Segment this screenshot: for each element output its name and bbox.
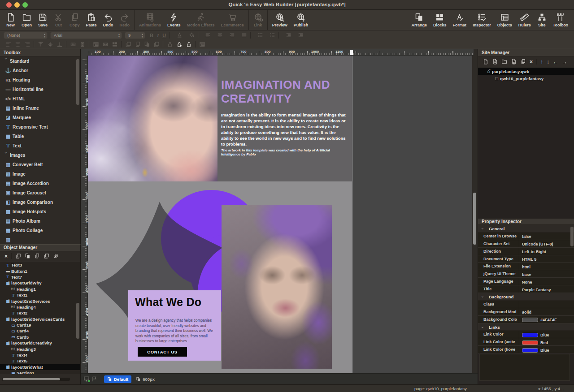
color-swatch[interactable]: [522, 340, 538, 345]
property-value[interactable]: Purple Fantasy: [519, 285, 574, 293]
object-tree-row[interactable]: › ▦ layoutGridWhat: [0, 364, 81, 370]
format-button[interactable]: [172, 32, 184, 38]
object-tree-row[interactable]: › T Text3: [0, 262, 81, 268]
toolbar-button[interactable]: Animations: [136, 10, 164, 30]
breakpoint-flag-icon[interactable]: [91, 376, 98, 382]
arrange-button[interactable]: [174, 41, 184, 47]
format-button[interactable]: [250, 32, 251, 39]
format-button[interactable]: [252, 32, 265, 38]
arrange-button[interactable]: [45, 41, 55, 47]
site-manager-tool-button[interactable]: [536, 59, 537, 65]
toolbar-button[interactable]: Cut: [51, 10, 66, 30]
arrange-button[interactable]: [195, 41, 196, 47]
site-manager-tool-button[interactable]: ↓: [547, 59, 549, 65]
format-button[interactable]: U: [161, 33, 168, 38]
property-row[interactable]: Links: [478, 323, 574, 331]
font-size-select[interactable]: 9 ▲▼: [125, 32, 145, 39]
arrange-button[interactable]: [91, 41, 100, 47]
format-button[interactable]: [212, 32, 224, 38]
arrange-button[interactable]: [121, 41, 122, 47]
property-value[interactable]: html: [519, 263, 574, 270]
toolbar-button[interactable]: Format: [450, 10, 470, 30]
property-value[interactable]: Unicode (UTF-8): [519, 240, 574, 247]
toolbar-button[interactable]: Motion Effects: [184, 10, 218, 30]
toolbox-item[interactable]: › Images: [0, 151, 80, 160]
site-manager-tool-button[interactable]: [520, 59, 526, 65]
toolbox-item[interactable]: › ▣ Image Carousel: [0, 188, 80, 198]
toolbar-button[interactable]: Blocks: [430, 10, 450, 30]
toolbar-button[interactable]: Ecommerce: [218, 10, 249, 30]
object-manager-tool-button[interactable]: [25, 253, 30, 259]
format-button[interactable]: [170, 32, 170, 39]
property-row[interactable]: Link Color (hove Blue: [478, 346, 574, 353]
toolbox-item[interactable]: › ◪ Marquee: [0, 113, 80, 122]
arrange-button[interactable]: [133, 41, 142, 47]
arrange-button[interactable]: [163, 41, 163, 47]
arrange-button[interactable]: [197, 41, 207, 47]
toolbox-item[interactable]: › — Horizontal line: [0, 85, 80, 94]
object-tree-row[interactable]: › ▦ layoutGridServoicesCards: [0, 316, 81, 322]
property-value[interactable]: false: [519, 233, 574, 240]
object-manager-tool-button[interactable]: [15, 253, 21, 259]
toolbar-button[interactable]: Redo: [117, 10, 135, 30]
toolbox-item[interactable]: › ⚓ Anchor: [0, 66, 80, 75]
toolbar-button[interactable]: Objects: [494, 10, 515, 30]
arrange-button[interactable]: [78, 41, 87, 47]
property-value[interactable]: [515, 293, 574, 300]
object-tree-row[interactable]: › T Text5: [0, 358, 81, 364]
toolbar-button[interactable]: Rulers: [515, 10, 534, 30]
property-row[interactable]: Direction Left-to-Right: [478, 248, 574, 255]
property-value[interactable]: Left-to-Right: [519, 248, 574, 255]
object-manager-tool-button[interactable]: [53, 253, 59, 259]
site-manager-tool-button[interactable]: [511, 59, 517, 65]
color-swatch[interactable]: [522, 333, 538, 337]
add-breakpoint-button[interactable]: [83, 376, 90, 382]
what-we-do-card[interactable]: What We Do We are a design agency that h…: [128, 290, 221, 361]
arrange-button[interactable]: [142, 41, 152, 47]
property-row[interactable]: Link Color (activ Red: [478, 338, 574, 346]
property-value[interactable]: Red: [519, 338, 574, 345]
toolbox-item[interactable]: › ◧ Image Comparison: [0, 198, 80, 207]
property-row[interactable]: jQuery UI Theme base: [478, 270, 574, 278]
property-value[interactable]: #4F4F4F: [519, 316, 574, 323]
toolbar-button[interactable]: Arrange: [409, 10, 430, 30]
property-row[interactable]: Background Colo #4F4F4F: [478, 316, 574, 323]
contact-us-button[interactable]: CONTACT US: [138, 347, 187, 357]
property-value[interactable]: [502, 323, 574, 331]
toolbox-item[interactable]: › ▤ Inline Frame: [0, 103, 80, 113]
object-tree-row[interactable]: › T Text2: [0, 310, 81, 316]
object-manager-tool-button[interactable]: [11, 253, 12, 259]
toolbar-button[interactable]: Copy: [66, 10, 83, 30]
property-row[interactable]: File Extension html: [478, 263, 574, 270]
toolbox-item[interactable]: › ▦ Photo Collage: [0, 226, 80, 235]
format-button[interactable]: [293, 32, 305, 38]
color-swatch[interactable]: [522, 348, 538, 353]
object-tree-row[interactable]: › T Text4: [0, 352, 81, 358]
site-manager-tool-button[interactable]: [483, 59, 488, 65]
object-manager-tool-button[interactable]: ×: [4, 253, 8, 259]
object-tree-row[interactable]: › ▦ layoutGridWhy: [0, 280, 81, 286]
format-button[interactable]: [200, 32, 212, 38]
toolbox-item[interactable]: › Standard: [0, 56, 80, 66]
arrange-button[interactable]: [89, 41, 89, 47]
property-value[interactable]: base: [519, 270, 574, 277]
format-button[interactable]: [184, 32, 196, 38]
arrange-button[interactable]: [165, 41, 174, 47]
toolbar-button[interactable]: Paste: [83, 10, 100, 30]
property-row[interactable]: Link Color Blue: [478, 331, 574, 338]
property-row[interactable]: Class: [478, 301, 574, 308]
design-credit-text[interactable]: The artwork in this template was created…: [221, 148, 348, 156]
object-tree-row[interactable]: › H1 Heading3: [0, 346, 81, 352]
format-button[interactable]: [281, 32, 293, 38]
site-manager-tool-button[interactable]: [492, 59, 498, 65]
toolbar-button[interactable]: Inspector: [470, 10, 494, 30]
arrange-button[interactable]: [184, 41, 193, 47]
property-value[interactable]: Blue: [519, 346, 574, 353]
property-row[interactable]: Title Purple Fantasy: [478, 285, 574, 293]
toolbox-item[interactable]: › H1 Heading: [0, 75, 80, 85]
object-manager-tool-button[interactable]: [34, 253, 40, 259]
site-manager-tool-button[interactable]: ←: [553, 59, 558, 65]
breakpoint-tab[interactable]: Default: [104, 375, 131, 383]
font-select[interactable]: Arial ▲▼: [50, 32, 122, 39]
toolbar-button[interactable]: Open: [18, 10, 35, 30]
